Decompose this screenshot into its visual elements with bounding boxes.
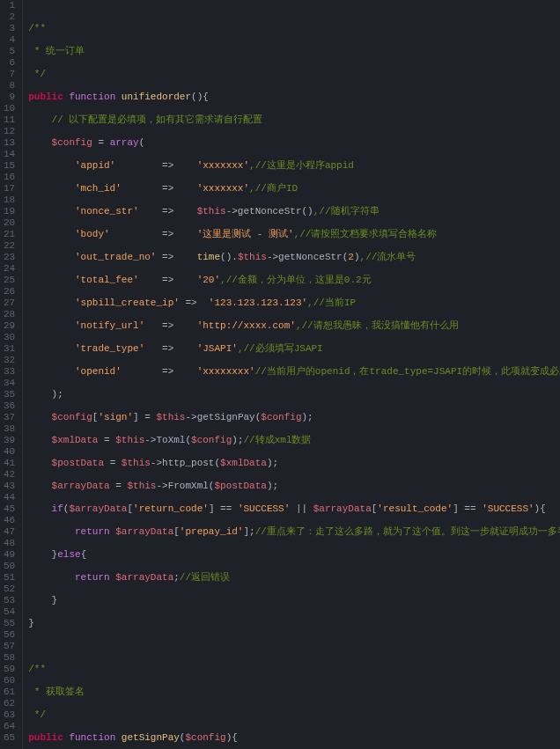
line-number: 53 xyxy=(4,595,15,606)
line-number: 6 xyxy=(4,57,15,69)
comment: // 以下配置是必填项，如有其它需求请自行配置 xyxy=(52,114,263,125)
line-number: 3 xyxy=(4,23,15,34)
line-number: 35 xyxy=(4,389,15,400)
punct: (){ xyxy=(191,92,209,102)
keyword-function: function xyxy=(69,92,115,102)
line-number: 37 xyxy=(4,412,15,423)
line-number: 54 xyxy=(4,606,15,618)
line-number: 17 xyxy=(4,183,15,195)
line-number: 45 xyxy=(4,503,15,515)
line-number: 42 xyxy=(4,469,15,481)
line-number: 11 xyxy=(4,114,15,126)
comment: /** xyxy=(28,23,46,33)
line-number: 5 xyxy=(4,46,15,57)
line-number: 26 xyxy=(4,286,15,297)
line-number: 9 xyxy=(4,92,15,103)
line-number: 27 xyxy=(4,297,15,309)
line-number: 8 xyxy=(4,80,15,92)
line-number: 10 xyxy=(4,103,15,114)
line-number: 16 xyxy=(4,172,15,183)
line-number: 32 xyxy=(4,355,15,366)
line-number: 49 xyxy=(4,549,15,561)
line-number: 36 xyxy=(4,400,15,412)
line-number: 63 xyxy=(4,709,15,721)
line-number: 23 xyxy=(4,252,15,263)
line-number: 48 xyxy=(4,538,15,549)
fn-name: unifiedorder xyxy=(122,92,191,102)
line-number: 15 xyxy=(4,160,15,172)
line-number: 58 xyxy=(4,652,15,664)
line-number: 52 xyxy=(4,584,15,595)
line-number: 62 xyxy=(4,698,15,709)
line-number: 7 xyxy=(4,69,15,80)
line-number: 43 xyxy=(4,481,15,492)
line-number: 64 xyxy=(4,721,15,732)
op: = xyxy=(92,137,110,148)
line-number: 57 xyxy=(4,641,15,652)
line-number: 38 xyxy=(4,423,15,435)
array: array xyxy=(110,137,139,148)
comment: * 统一订单 xyxy=(28,46,85,56)
line-number: 59 xyxy=(4,664,15,675)
line-number: 61 xyxy=(4,687,15,698)
key: 'appid' xyxy=(75,160,115,171)
line-number: 14 xyxy=(4,149,15,160)
line-number: 56 xyxy=(4,629,15,641)
line-number: 33 xyxy=(4,366,15,378)
line-number: 65 xyxy=(4,732,15,744)
line-number: 19 xyxy=(4,206,15,217)
line-number: 28 xyxy=(4,309,15,320)
line-number: 20 xyxy=(4,217,15,229)
line-number: 46 xyxy=(4,515,15,526)
line-number: 60 xyxy=(4,675,15,687)
comment: */ xyxy=(28,69,46,79)
line-number-gutter: 1234567891011121314151617181920212223242… xyxy=(0,0,23,749)
line-number: 40 xyxy=(4,446,15,458)
code-editor-content: /** * 统一订单 */ public function unifiedord… xyxy=(23,0,560,749)
var: $config xyxy=(52,137,92,148)
p: ( xyxy=(139,137,145,148)
line-number: 50 xyxy=(4,561,15,572)
line-number: 44 xyxy=(4,492,15,503)
line-number: 30 xyxy=(4,332,15,343)
line-number: 47 xyxy=(4,526,15,538)
line-number: 51 xyxy=(4,572,15,584)
line-number: 21 xyxy=(4,229,15,240)
line-number: 34 xyxy=(4,378,15,389)
line-number: 2 xyxy=(4,11,15,23)
line-number: 41 xyxy=(4,458,15,469)
line-number: 12 xyxy=(4,126,15,137)
line-number: 29 xyxy=(4,320,15,332)
keyword-public: public xyxy=(28,92,63,102)
line-number: 55 xyxy=(4,618,15,629)
line-number: 13 xyxy=(4,137,15,149)
line-number: 39 xyxy=(4,435,15,446)
line-number: 31 xyxy=(4,343,15,355)
line-number: 4 xyxy=(4,34,15,46)
line-number: 25 xyxy=(4,275,15,286)
line-number: 18 xyxy=(4,195,15,206)
line-number: 24 xyxy=(4,263,15,275)
line-number: 22 xyxy=(4,240,15,252)
line-number: 1 xyxy=(4,0,15,11)
